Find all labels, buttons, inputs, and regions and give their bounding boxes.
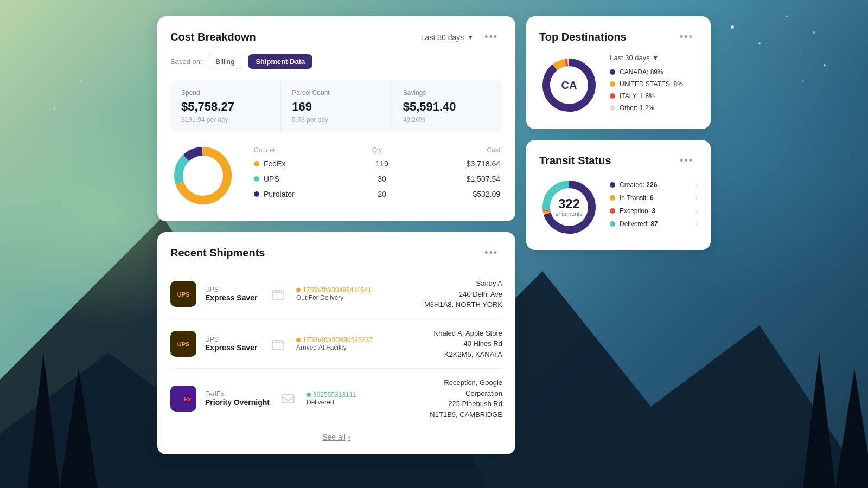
transit-legend-left: In Transit: 6 [610,194,654,202]
spend-label: Spend [181,89,270,97]
dest-dropdown-icon: ▼ [652,54,659,62]
shipment-row: UPS UPS Express Saver 1Z59V8W30495410541… [170,269,502,319]
carrier-service: Priority Overnight [205,398,270,407]
transit-more-button[interactable]: ••• [675,153,698,169]
based-on-label: Based on: [170,57,202,66]
transit-dot-icon [610,221,615,227]
parcel-sub: 5.63 per day [292,116,380,124]
transit-dot-icon [610,182,615,188]
top-destinations-title: Top Destinations [539,31,627,43]
transit-legend-left: Created: 226 [610,181,657,189]
courier-table-header: Courier Qty Cost [252,146,502,154]
transit-legend-item: Exception: 3 › [610,207,698,215]
transit-legend-left: Exception: 3 [610,207,655,215]
destination-legend-item: ITALY: 1.8% [610,92,698,100]
courier-row: FedEx 119 $3,718.64 [252,159,502,168]
billing-tab[interactable]: Billing [208,54,243,69]
transit-dot-icon [610,208,615,214]
transit-legend-label: Exception: 3 [620,207,655,215]
transit-dot-icon [610,195,615,201]
carrier-info: UPS Express Saver [205,286,259,302]
destinations-center-label: CA [561,79,577,91]
top-destinations-card: Top Destinations ••• CA [526,16,711,129]
metrics-row: Spend $5,758.27 $191.94 per day Parcel C… [170,80,502,132]
svg-rect-33 [272,341,283,349]
transit-chevron-icon: › [695,181,698,189]
courier-rows: FedEx 119 $3,718.64 UPS 30 $1,507.54 Pur… [252,159,502,198]
shipment-rows: UPS UPS Express Saver 1Z59V8W30495410541… [170,269,502,428]
legend-dot-icon [610,105,615,111]
parcel-label: Parcel Count [292,89,380,97]
svg-text:Ex: Ex [184,396,192,402]
courier-dot-icon [254,161,259,166]
savings-metric: Savings $5,591.40 49.26% [392,80,502,132]
courier-cost: $532.09 [422,190,500,198]
transit-legend-label: Created: 226 [620,181,657,189]
tracking-info: 1Z59V8W30495410541 Out For Delivery [296,286,416,301]
courier-dot-icon [254,176,259,182]
svg-rect-36 [282,395,294,403]
see-all-button[interactable]: See all › [322,433,350,441]
courier-qty: 119 [342,159,421,168]
carrier-logo: UPS [170,281,196,307]
transit-status-card: Transit Status ••• [526,140,711,250]
carrier-info: FedEx Priority Overnight [205,390,270,407]
recent-shipments-card: Recent Shipments ••• UPS UPS Express Sav… [157,232,515,454]
recipient-info: Sandy A240 Delhi AveM3H1A8, NORTH YORK [424,278,502,310]
spend-metric: Spend $5,758.27 $191.94 per day [170,80,281,132]
tracking-number: 392555313111 [307,391,421,399]
courier-donut-chart [170,143,235,208]
recipient-info: Reception, GoogleCorporation225 Pinebush… [430,377,502,420]
shipment-row: UPS UPS Express Saver 1Z59V8W3D990515237… [170,319,502,369]
tracking-status: Out For Delivery [296,294,416,301]
shipment-data-tab[interactable]: Shipment Data [248,54,312,69]
courier-qty: 20 [342,190,421,198]
destinations-donut-chart: CA [539,55,599,115]
courier-name: UPS [264,175,342,183]
courier-col-header: Courier [254,146,336,154]
transit-status-title: Transit Status [539,155,611,167]
dropdown-arrow-icon: ▼ [467,34,474,41]
svg-text:UPS: UPS [177,341,190,348]
legend-label: ITALY: 1.8% [620,92,655,100]
cost-breakdown-more-button[interactable]: ••• [480,29,502,45]
courier-row: UPS 30 $1,507.54 [252,175,502,183]
destination-legend-item: CANADA: 89% [610,68,698,76]
savings-label: Savings [403,89,492,97]
tracking-status: Delivered [307,399,421,406]
legend-dot-icon [610,93,615,99]
transit-chevron-icon: › [695,220,698,228]
tracking-number: 1Z59V8W30495410541 [296,286,416,294]
destinations-legend: CANADA: 89% UNITED STATES: 8% ITALY: 1.8… [610,68,698,112]
courier-name: Purolator [264,190,342,198]
spend-value: $5,758.27 [181,100,270,114]
courier-cost: $1,507.54 [422,175,500,183]
tracking-number: 1Z59V8W3D990515237 [296,336,425,344]
courier-name: FedEx [264,159,342,168]
carrier-service: Express Saver [205,293,259,302]
recent-shipments-title: Recent Shipments [170,247,265,259]
time-filter-dropdown[interactable]: Last 30 days ▼ [421,33,474,42]
parcel-count-metric: Parcel Count 169 5.63 per day [281,80,392,132]
transit-chevron-icon: › [695,207,698,215]
svg-rect-30 [272,291,283,299]
spend-sub: $191.94 per day [181,116,270,124]
legend-label: UNITED STATES: 8% [620,80,683,88]
courier-cost: $3,718.64 [422,159,500,168]
transit-legend-label: In Transit: 6 [620,194,654,202]
tracking-status: Arrived At Facility [296,344,425,351]
parcel-value: 169 [292,100,380,114]
chevron-right-icon: › [348,433,350,441]
carrier-service: Express Saver [205,343,259,352]
svg-text:UPS: UPS [177,291,190,298]
recent-shipments-header: Recent Shipments ••• [170,245,502,261]
carrier-info: UPS Express Saver [205,336,259,352]
recent-shipments-more-button[interactable]: ••• [480,245,502,261]
recipient-info: Khaled A, Apple Store40 Hines RdK2K2M5, … [434,328,502,360]
dest-time-filter[interactable]: Last 30 days ▼ [610,54,659,62]
legend-dot-icon [610,69,615,75]
top-destinations-more-button[interactable]: ••• [675,29,698,45]
tracking-info: 392555313111 Delivered [307,391,421,406]
top-dest-chart-section: CA Last 30 days ▼ CANADA: 89% UNITED STA… [539,54,698,116]
destinations-right: Last 30 days ▼ CANADA: 89% UNITED STATES… [610,54,698,116]
